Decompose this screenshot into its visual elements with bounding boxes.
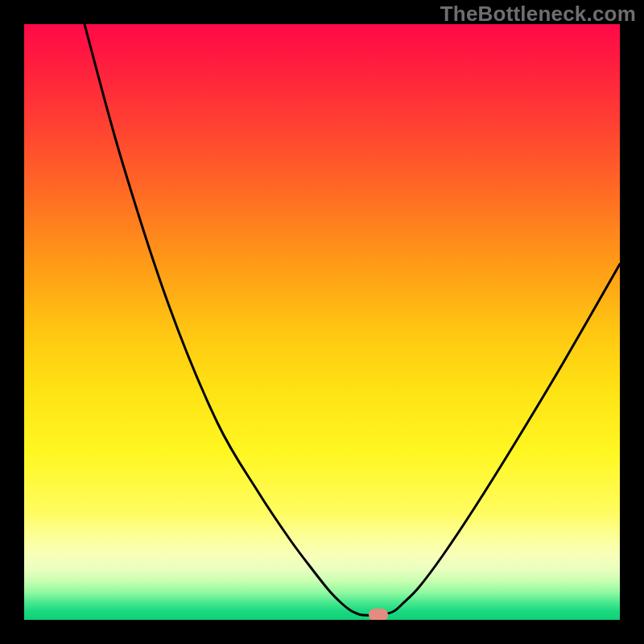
optimum-marker <box>369 609 388 620</box>
bottleneck-curve <box>24 24 620 620</box>
plot-area <box>24 24 620 620</box>
bottleneck-curve-path <box>85 24 620 615</box>
watermark-label: TheBottleneck.com <box>440 2 636 27</box>
chart-container: TheBottleneck.com <box>0 0 644 644</box>
